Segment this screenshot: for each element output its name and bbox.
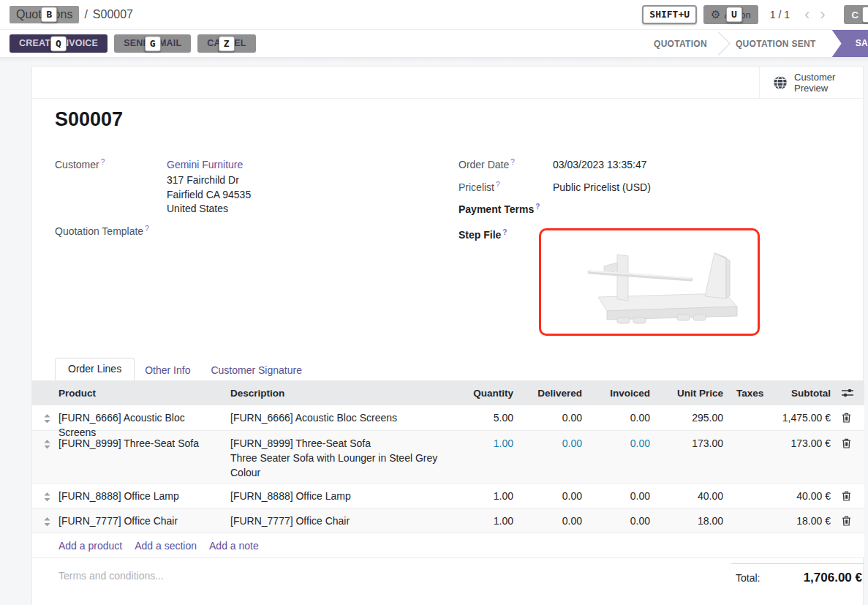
- unit-price-cell[interactable]: 40.00: [657, 484, 731, 508]
- total-value: 1,706.00 €: [804, 571, 862, 585]
- handle-header-cell: [32, 380, 56, 405]
- quantity-cell[interactable]: 1.00: [457, 431, 521, 483]
- add-a-note-link[interactable]: Add a note: [209, 540, 259, 552]
- table-add-links: Add a product Add a section Add a note: [32, 533, 864, 558]
- help-icon[interactable]: ?: [496, 181, 500, 189]
- total-label: Total:: [736, 572, 760, 584]
- breadcrumb-app-link[interactable]: Quotations B: [10, 6, 79, 23]
- trash-icon: [842, 413, 851, 423]
- pricelist-label: Pricelist?: [458, 181, 500, 193]
- taxes-cell[interactable]: [731, 431, 766, 483]
- delivered-cell[interactable]: 0.00: [521, 405, 589, 430]
- main-content: Customer Preview S00007 Customer? Gemini…: [0, 57, 868, 605]
- taxes-cell[interactable]: [731, 405, 766, 430]
- breadcrumb-record: S00007: [93, 8, 133, 21]
- order-date-value[interactable]: 03/03/2023 13:35:47: [553, 159, 646, 170]
- invoiced-cell[interactable]: 0.00: [589, 484, 657, 508]
- delivered-cell[interactable]: 0.00: [521, 508, 589, 533]
- add-a-product-link[interactable]: Add a product: [59, 540, 122, 552]
- edge-cut-button[interactable]: C: [844, 5, 868, 24]
- control-bar: CREATE INVOICE Q SEND EMAIL G CANCEL Z Q…: [0, 30, 868, 58]
- pricelist-value[interactable]: Public Pricelist (USD): [553, 181, 651, 193]
- edge-cut-button-label: C: [852, 10, 858, 20]
- col-quantity[interactable]: Quantity: [457, 380, 521, 405]
- create-invoice-button[interactable]: CREATE INVOICE Q: [10, 34, 107, 53]
- step-file-label: Step File?: [458, 229, 507, 241]
- tab-order-lines[interactable]: Order Lines: [55, 358, 135, 380]
- description-cell[interactable]: [FURN_6666] Acoustic Bloc Screens: [227, 405, 457, 430]
- table-row[interactable]: [FURN_7777] Office Chair [FURN_7777] Off…: [32, 508, 864, 533]
- top-navbar: Quotations B / S00007 SHIFT+U ⚙ Action U…: [0, 0, 868, 30]
- pager-next-icon[interactable]: ›: [820, 7, 825, 22]
- customer-preview-button[interactable]: Customer Preview: [759, 67, 863, 98]
- drag-handle-icon: [44, 517, 50, 527]
- add-a-section-link[interactable]: Add a section: [135, 540, 197, 552]
- cancel-button[interactable]: CANCEL Z: [197, 34, 255, 53]
- unit-price-cell[interactable]: 295.00: [657, 405, 731, 430]
- delete-row-button[interactable]: [838, 484, 864, 508]
- tab-customer-signature[interactable]: Customer Signature: [200, 360, 312, 380]
- pager-prev-icon[interactable]: ‹: [804, 7, 809, 22]
- optional-columns-button[interactable]: [838, 380, 864, 405]
- unit-price-cell[interactable]: 173.00: [657, 431, 731, 483]
- drag-handle-icon: [44, 492, 50, 502]
- taxes-cell[interactable]: [731, 508, 766, 533]
- product-cell[interactable]: [FURN_6666] Acoustic Bloc Screens: [56, 405, 227, 430]
- col-unit-price[interactable]: Unit Price: [657, 380, 731, 405]
- col-subtotal[interactable]: Subtotal: [766, 380, 838, 405]
- stage-quotation-sent[interactable]: QUOTATION SENT: [724, 39, 828, 49]
- table-row[interactable]: [FURN_8888] Office Lamp [FURN_8888] Offi…: [32, 484, 864, 508]
- col-delivered[interactable]: Delivered: [521, 380, 589, 405]
- quantity-cell[interactable]: 1.00: [457, 508, 521, 533]
- col-invoiced[interactable]: Invoiced: [589, 380, 657, 405]
- invoiced-cell[interactable]: 0.00: [589, 431, 657, 483]
- drag-handle[interactable]: [32, 484, 56, 508]
- delete-row-button[interactable]: [838, 431, 864, 483]
- globe-icon: [773, 75, 788, 90]
- send-email-button[interactable]: SEND EMAIL G: [114, 34, 191, 53]
- subtotal-cell: 18.00 €: [766, 508, 838, 533]
- action-menu-button[interactable]: ⚙ Action U: [703, 5, 758, 24]
- delete-row-button[interactable]: [838, 508, 864, 533]
- customer-link[interactable]: Gemini Furniture: [167, 159, 243, 170]
- description-cell[interactable]: [FURN_8999] Three-Seat Sofa Three Seater…: [227, 431, 457, 483]
- delivered-cell[interactable]: 0.00: [521, 431, 589, 483]
- quantity-cell[interactable]: 1.00: [457, 484, 521, 508]
- hint-badge-g: G: [145, 36, 161, 51]
- description-cell[interactable]: [FURN_8888] Office Lamp: [227, 484, 457, 508]
- help-icon[interactable]: ?: [510, 158, 515, 166]
- terms-and-conditions-placeholder[interactable]: Terms and conditions...: [59, 570, 164, 582]
- drag-handle[interactable]: [32, 405, 56, 430]
- help-icon[interactable]: ?: [145, 225, 149, 233]
- help-icon[interactable]: ?: [502, 228, 507, 236]
- subtotal-cell: 40.00 €: [766, 484, 838, 508]
- step-file-image-frame[interactable]: [539, 228, 760, 336]
- invoiced-cell[interactable]: 0.00: [589, 405, 657, 430]
- drag-handle[interactable]: [32, 508, 56, 533]
- description-cell[interactable]: [FURN_7777] Office Chair: [227, 508, 457, 533]
- invoiced-cell[interactable]: 0.00: [589, 508, 657, 533]
- delete-row-button[interactable]: [838, 405, 864, 430]
- col-description[interactable]: Description: [227, 380, 457, 405]
- drag-handle[interactable]: [32, 431, 56, 483]
- table-row[interactable]: [FURN_6666] Acoustic Bloc Screens [FURN_…: [32, 405, 864, 431]
- customer-preview-label: Customer Preview: [794, 72, 842, 94]
- help-icon[interactable]: ?: [535, 203, 540, 211]
- stage-sales-order-active[interactable]: SALES ORDER: [832, 30, 868, 57]
- help-icon[interactable]: ?: [101, 158, 105, 166]
- product-cell[interactable]: [FURN_8999] Three-Seat Sofa: [56, 431, 227, 483]
- unit-price-cell[interactable]: 18.00: [657, 508, 731, 533]
- taxes-cell[interactable]: [731, 484, 766, 508]
- delivered-cell[interactable]: 0.00: [521, 484, 589, 508]
- col-taxes[interactable]: Taxes: [731, 380, 766, 405]
- hint-badge-u: U: [726, 7, 742, 22]
- action-buttons: CREATE INVOICE Q SEND EMAIL G CANCEL Z: [10, 34, 256, 53]
- trash-icon: [842, 516, 851, 526]
- tab-other-info[interactable]: Other Info: [135, 360, 200, 380]
- product-cell[interactable]: [FURN_8888] Office Lamp: [56, 484, 227, 508]
- quantity-cell[interactable]: 5.00: [457, 405, 521, 430]
- payment-terms-label: Payment Terms?: [458, 203, 540, 215]
- table-row[interactable]: [FURN_8999] Three-Seat Sofa [FURN_8999] …: [32, 431, 864, 484]
- product-cell[interactable]: [FURN_7777] Office Chair: [56, 508, 227, 533]
- col-product[interactable]: Product: [56, 380, 227, 405]
